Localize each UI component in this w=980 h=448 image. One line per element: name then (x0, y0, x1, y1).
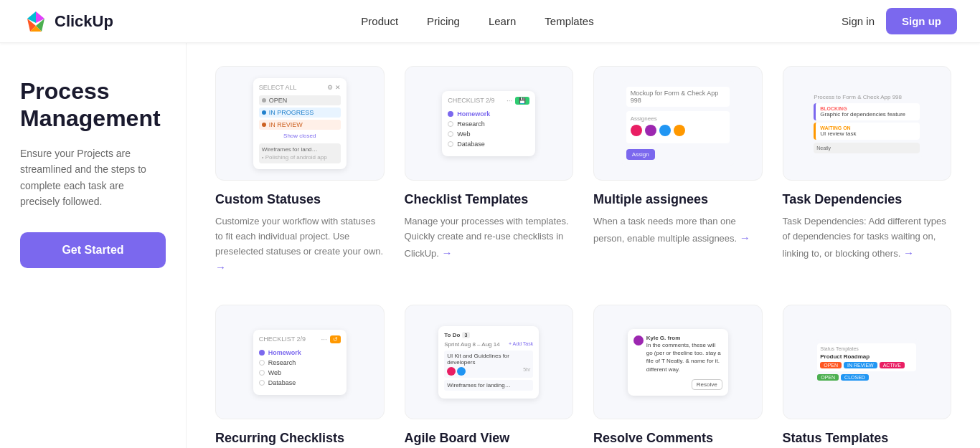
logo[interactable]: ClickUp (23, 9, 113, 34)
feature-card-checklist-templates: CHECKLIST 2/9 ··· 💾 Homework (405, 66, 574, 276)
feature-title-resolve-comments: Resolve Comments (593, 431, 763, 446)
main-content: SELECT ALL ⚙ ✕ OPEN IN PROGRESS IN REVIE… (187, 43, 980, 448)
nav-actions: Sign in Sign up (842, 8, 957, 34)
logo-text: ClickUp (55, 12, 113, 31)
feature-image-recurring-checklists: CHECKLIST 2/9 ··· ↺ Homework (215, 305, 385, 419)
features-row-1: SELECT ALL ⚙ ✕ OPEN IN PROGRESS IN REVIE… (215, 66, 951, 276)
feature-title-multiple-assignees: Multiple assignees (593, 192, 763, 207)
nav-link-templates[interactable]: Templates (545, 15, 593, 27)
feature-title-task-dependencies: Task Dependencies (783, 192, 952, 207)
feature-card-custom-statuses: SELECT ALL ⚙ ✕ OPEN IN PROGRESS IN REVIE… (215, 66, 385, 276)
feature-card-resolve-comments: Kyle G. from In the comments, these will… (593, 305, 763, 448)
feature-image-multiple-assignees: Mockup for Form & Check App 998 Assignee… (593, 66, 763, 181)
nav-link-product[interactable]: Product (361, 15, 398, 27)
feature-desc-custom-statuses: Customize your workflow with statuses to… (215, 214, 385, 276)
feature-image-checklist-templates: CHECKLIST 2/9 ··· 💾 Homework (405, 66, 574, 181)
features-row-2: CHECKLIST 2/9 ··· ↺ Homework (215, 305, 951, 448)
feature-title-checklist-templates: Checklist Templates (405, 192, 574, 207)
feature-image-resolve-comments: Kyle G. from In the comments, these will… (593, 305, 763, 419)
feature-image-custom-statuses: SELECT ALL ⚙ ✕ OPEN IN PROGRESS IN REVIE… (215, 66, 385, 181)
sidebar: Process Management Ensure your Projects … (0, 43, 187, 448)
feature-desc-task-dependencies: Task Dependencies: Add different types o… (783, 214, 952, 262)
feature-card-multiple-assignees: Mockup for Form & Check App 998 Assignee… (593, 66, 763, 276)
feature-card-status-templates: Status Templates Product Roadmap OPEN IN… (783, 305, 952, 448)
nav-link-pricing[interactable]: Pricing (427, 15, 460, 27)
feature-card-agile-board-view: To Do 3 Sprint Aug 8 – Aug 14 + Add Task… (405, 305, 574, 448)
feature-image-task-dependencies: Process to Form & Check App 998 BLOCKING… (783, 66, 952, 181)
navigation: ClickUp Product Pricing Learn Templates … (0, 0, 980, 43)
feature-desc-multiple-assignees: When a task needs more than one person, … (593, 214, 763, 247)
feature-card-task-dependencies: Process to Form & Check App 998 BLOCKING… (783, 66, 952, 276)
feature-title-status-templates: Status Templates (783, 431, 952, 446)
feature-title-custom-statuses: Custom Statuses (215, 192, 385, 207)
feature-desc-checklist-templates: Manage your processes with templates. Qu… (405, 214, 574, 262)
nav-link-learn[interactable]: Learn (489, 15, 516, 27)
signin-button[interactable]: Sign in (842, 15, 875, 27)
sidebar-description: Ensure your Projects are streamlined and… (20, 146, 166, 210)
page-title: Process Management (20, 77, 166, 133)
signup-button[interactable]: Sign up (886, 8, 957, 34)
feature-image-agile-board-view: To Do 3 Sprint Aug 8 – Aug 14 + Add Task… (405, 305, 574, 419)
feature-title-recurring-checklists: Recurring Checklists (215, 431, 385, 446)
feature-card-recurring-checklists: CHECKLIST 2/9 ··· ↺ Homework (215, 305, 385, 448)
feature-image-status-templates: Status Templates Product Roadmap OPEN IN… (783, 305, 952, 419)
feature-title-agile-board-view: Agile Board View (405, 431, 574, 446)
get-started-button[interactable]: Get Started (20, 232, 166, 268)
nav-links: Product Pricing Learn Templates (361, 15, 593, 27)
